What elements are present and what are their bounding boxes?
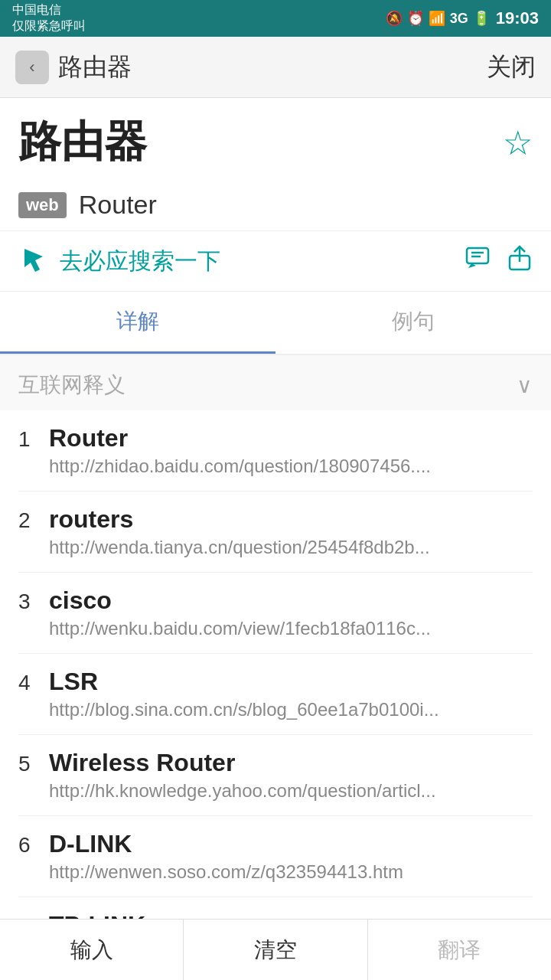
def-url: http://wenku.baidu.com/view/1fecb18fa011… (49, 618, 533, 639)
web-result: web Router (0, 179, 551, 231)
list-item[interactable]: 6 D-LINK http://wenwen.soso.com/z/q32359… (18, 816, 533, 897)
bing-actions (465, 245, 533, 277)
signal-icon: 3G (450, 11, 468, 27)
nav-left: ‹ 路由器 (15, 51, 132, 84)
nav-bar: ‹ 路由器 关闭 (0, 37, 551, 98)
share-button[interactable] (507, 245, 533, 277)
close-button[interactable]: 关闭 (487, 51, 536, 84)
chevron-down-icon: ∨ (517, 373, 533, 398)
list-item[interactable]: 3 cisco http://wenku.baidu.com/view/1fec… (18, 573, 533, 654)
status-icons: 🔕 ⏰ 📶 3G 🔋 (386, 10, 490, 27)
back-button[interactable]: ‹ (15, 51, 49, 84)
carrier-info: 中国电信 仅限紧急呼叫 (12, 2, 86, 34)
tab-details[interactable]: 详解 (0, 292, 276, 354)
input-button[interactable]: 输入 (0, 920, 184, 980)
word-header: 路由器 ☆ (0, 98, 551, 179)
mute-icon: 🔕 (386, 10, 403, 27)
def-number: 5 (18, 752, 40, 776)
status-bar: 中国电信 仅限紧急呼叫 🔕 ⏰ 📶 3G 🔋 19:03 (0, 0, 551, 37)
def-number: 3 (18, 590, 40, 614)
nav-title: 路由器 (58, 51, 132, 84)
comment-icon (465, 245, 491, 271)
svg-marker-0 (24, 249, 43, 272)
web-word: Router (79, 190, 157, 220)
list-item[interactable]: 1 Router http://zhidao.baidu.com/questio… (18, 410, 533, 492)
carrier-name: 中国电信 (12, 2, 86, 18)
definition-list: 1 Router http://zhidao.baidu.com/questio… (0, 410, 551, 957)
share-icon (507, 245, 533, 271)
list-item[interactable]: 2 routers http://wenda.tianya.cn/questio… (18, 492, 533, 573)
section-header[interactable]: 互联网释义 ∨ (0, 355, 551, 410)
tab-examples[interactable]: 例句 (276, 292, 551, 354)
def-url: http://blog.sina.com.cn/s/blog_60ee1a7b0… (49, 699, 533, 720)
def-url: http://zhidao.baidu.com/question/1809074… (49, 456, 533, 477)
bottom-toolbar: 输入 清空 翻译 (0, 919, 551, 980)
favorite-button[interactable]: ☆ (503, 123, 533, 162)
translate-button[interactable]: 翻译 (368, 920, 551, 980)
bing-search-link[interactable]: 去必应搜索一下 (18, 246, 220, 277)
comment-button[interactable] (465, 245, 491, 277)
tab-examples-label: 例句 (392, 309, 435, 333)
def-word: cisco (49, 586, 112, 615)
web-badge: web (18, 192, 67, 218)
section-title: 互联网释义 (18, 371, 126, 400)
def-word: routers (49, 505, 133, 534)
time-display: 19:03 (496, 8, 539, 28)
bing-search-text: 去必应搜索一下 (60, 246, 220, 277)
bing-icon (18, 246, 49, 276)
def-url: http://hk.knowledge.yahoo.com/question/a… (49, 780, 533, 802)
wifi-icon: 📶 (429, 10, 445, 27)
clear-button[interactable]: 清空 (184, 920, 367, 980)
def-word: Router (49, 424, 128, 452)
def-number: 2 (18, 508, 40, 533)
def-number: 1 (18, 427, 40, 452)
def-word: D-LINK (49, 830, 132, 858)
def-number: 4 (18, 671, 40, 695)
def-url: http://wenwen.soso.com/z/q323594413.htm (49, 861, 533, 883)
word-chinese: 路由器 (18, 113, 147, 172)
def-url: http://wenda.tianya.cn/question/25454f8d… (49, 537, 533, 558)
def-number: 6 (18, 833, 40, 858)
emergency-label: 仅限紧急呼叫 (12, 18, 86, 34)
translate-label: 翻译 (438, 936, 481, 965)
alarm-icon: ⏰ (407, 10, 424, 27)
bing-search-bar[interactable]: 去必应搜索一下 (0, 231, 551, 292)
clear-label: 清空 (254, 936, 297, 965)
def-word: Wireless Router (49, 749, 235, 777)
list-item[interactable]: 5 Wireless Router http://hk.knowledge.ya… (18, 735, 533, 816)
battery-icon: 🔋 (473, 10, 490, 27)
tabs: 详解 例句 (0, 292, 551, 355)
status-right: 🔕 ⏰ 📶 3G 🔋 19:03 (386, 8, 539, 28)
def-word: LSR (49, 668, 98, 696)
input-label: 输入 (70, 936, 113, 965)
back-icon: ‹ (29, 57, 34, 77)
list-item[interactable]: 4 LSR http://blog.sina.com.cn/s/blog_60e… (18, 654, 533, 735)
tab-details-label: 详解 (116, 309, 159, 333)
